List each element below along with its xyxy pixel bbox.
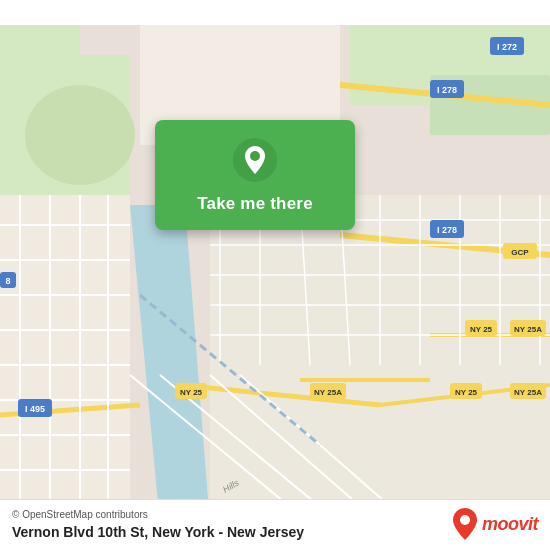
- svg-text:I 495: I 495: [25, 404, 45, 414]
- bottom-left-info: © OpenStreetMap contributors Vernon Blvd…: [12, 509, 304, 540]
- svg-text:NY 25A: NY 25A: [314, 388, 342, 397]
- moovit-text: moovit: [482, 514, 538, 535]
- moovit-logo: moovit: [452, 508, 538, 540]
- svg-point-76: [250, 151, 260, 161]
- svg-text:I 278: I 278: [437, 85, 457, 95]
- osm-credit: © OpenStreetMap contributors: [12, 509, 304, 520]
- svg-text:8: 8: [5, 276, 10, 286]
- svg-text:NY 25A: NY 25A: [514, 388, 542, 397]
- svg-text:NY 25: NY 25: [470, 325, 493, 334]
- location-card: Take me there: [155, 120, 355, 230]
- location-pin-icon: [233, 138, 277, 182]
- svg-text:I 278: I 278: [437, 225, 457, 235]
- svg-point-77: [460, 515, 470, 525]
- map-container: I 272 I 278 I 278 I 495 NY 25 NY 25A NY …: [0, 0, 550, 550]
- moovit-pin-icon: [452, 508, 478, 540]
- svg-point-7: [25, 85, 135, 185]
- svg-text:I 272: I 272: [497, 42, 517, 52]
- svg-text:NY 25: NY 25: [455, 388, 478, 397]
- svg-rect-4: [0, 25, 80, 65]
- location-title: Vernon Blvd 10th St, New York - New Jers…: [12, 524, 304, 540]
- take-me-there-button[interactable]: Take me there: [193, 192, 317, 216]
- svg-text:NY 25A: NY 25A: [514, 325, 542, 334]
- bottom-bar: © OpenStreetMap contributors Vernon Blvd…: [0, 499, 550, 550]
- svg-text:GCP: GCP: [511, 248, 529, 257]
- svg-text:NY 25: NY 25: [180, 388, 203, 397]
- map-background: I 272 I 278 I 278 I 495 NY 25 NY 25A NY …: [0, 0, 550, 550]
